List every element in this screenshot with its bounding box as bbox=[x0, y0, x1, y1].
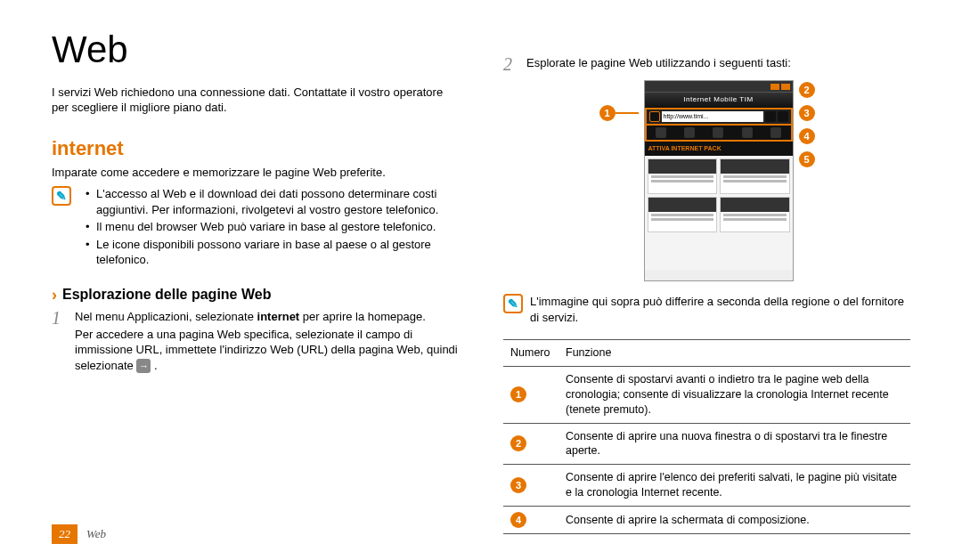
browser-tab-title: Internet Mobile TIM bbox=[645, 92, 793, 108]
intro-text: I servizi Web richiedono una connessione… bbox=[52, 85, 459, 116]
footer-section: Web bbox=[86, 526, 106, 542]
page-footer-area bbox=[645, 270, 793, 280]
step-1: 1 Nel menu Applicazioni, selezionate int… bbox=[52, 309, 459, 373]
callout-marker-5: 5 bbox=[799, 151, 815, 167]
note-list: L'accesso al Web e il download dei dati … bbox=[78, 186, 459, 270]
note-item: L'accesso al Web e il download dei dati … bbox=[86, 186, 459, 217]
row-desc: Consente di aprire una nuova finestra o … bbox=[558, 423, 910, 465]
compose-icon bbox=[656, 127, 666, 138]
url-input: http://www.timi... bbox=[662, 111, 763, 122]
phone-screenshot: Internet Mobile TIM http://www.timi... A… bbox=[644, 80, 794, 281]
page-title: Web bbox=[52, 25, 459, 76]
callout-marker-1: 1 bbox=[599, 105, 616, 121]
th-funzione: Funzione bbox=[558, 340, 910, 367]
section-heading-internet: internet bbox=[52, 135, 459, 162]
callout-leader: 1 bbox=[599, 105, 639, 121]
toolbar-icon bbox=[713, 127, 723, 138]
callout-marker-2: 2 bbox=[799, 82, 815, 98]
go-arrow-icon: → bbox=[136, 359, 151, 373]
table-row: 3 Consente di aprire l'elenco dei prefer… bbox=[503, 465, 910, 507]
step-bold: internet bbox=[257, 310, 300, 323]
step-number: 1 bbox=[52, 309, 68, 373]
note-block-2: ✎ L'immagine qui sopra può differire a s… bbox=[503, 294, 910, 325]
note-icon: ✎ bbox=[503, 294, 523, 313]
subheading-esplorazione: › Esplorazione delle pagine Web bbox=[52, 284, 459, 305]
th-numero: Numero bbox=[503, 340, 558, 367]
row-desc: Consente di aprire l'elenco dei preferit… bbox=[558, 465, 910, 507]
browser-figure: 1 Internet Mobile TIM http://www.timi... bbox=[503, 80, 910, 281]
section-lead: Imparate come accedere e memorizzare le … bbox=[52, 165, 459, 181]
toolbar-icon bbox=[770, 127, 781, 138]
page-content bbox=[645, 156, 793, 235]
toolbar-icon bbox=[742, 127, 753, 138]
table-row: 4 Consente di aprire la schermata di com… bbox=[503, 507, 910, 534]
row-marker: 4 bbox=[510, 512, 526, 528]
back-button-icon bbox=[649, 111, 660, 122]
note-block: ✎ L'accesso al Web e il download dei dat… bbox=[52, 186, 459, 270]
row-desc: Consente di aprire la schermata di compo… bbox=[558, 507, 910, 534]
callout-marker-4: 4 bbox=[799, 128, 815, 144]
row-marker: 2 bbox=[510, 435, 526, 451]
note-item: Il menu del browser Web può variare in b… bbox=[86, 219, 459, 235]
step-text: Esplorate le pagine Web utilizzando i se… bbox=[526, 55, 910, 73]
table-row: 1 Consente di spostarvi avanti o indietr… bbox=[503, 366, 910, 423]
step-text: Per accedere a una pagina Web specifica,… bbox=[75, 328, 458, 372]
status-bar bbox=[645, 81, 793, 92]
promo-banner: ATTIVA INTERNET PACK bbox=[645, 142, 793, 156]
row-marker: 1 bbox=[510, 386, 526, 402]
chevron-right-icon: › bbox=[52, 284, 57, 305]
step-text: Nel menu Applicazioni, selezionate bbox=[75, 310, 257, 323]
windows-icon bbox=[765, 111, 776, 122]
page-footer: 22 Web bbox=[52, 524, 106, 544]
note-icon: ✎ bbox=[52, 186, 71, 206]
toolbar-icon bbox=[684, 127, 695, 138]
step-text: per aprire la homepage. bbox=[299, 310, 426, 323]
functions-table: Numero Funzione 1 Consente di spostarvi … bbox=[503, 339, 910, 534]
page-number: 22 bbox=[52, 524, 77, 544]
note-item: Le icone disponibili possono variare in … bbox=[86, 237, 459, 268]
note-text: L'immagine qui sopra può differire a sec… bbox=[530, 294, 910, 325]
subheading-text: Esplorazione delle pagine Web bbox=[62, 285, 271, 304]
browser-toolbar bbox=[645, 126, 793, 142]
step-2: 2 Esplorate le pagine Web utilizzando i … bbox=[503, 55, 910, 73]
table-row: 2 Consente di aprire una nuova finestra … bbox=[503, 423, 910, 465]
bookmark-icon bbox=[778, 111, 788, 122]
step-number: 2 bbox=[503, 55, 519, 73]
callout-marker-3: 3 bbox=[799, 105, 815, 121]
row-marker: 3 bbox=[510, 477, 526, 493]
url-bar-row: http://www.timi... bbox=[645, 108, 793, 126]
row-desc: Consente di spostarvi avanti o indietro … bbox=[558, 366, 910, 423]
